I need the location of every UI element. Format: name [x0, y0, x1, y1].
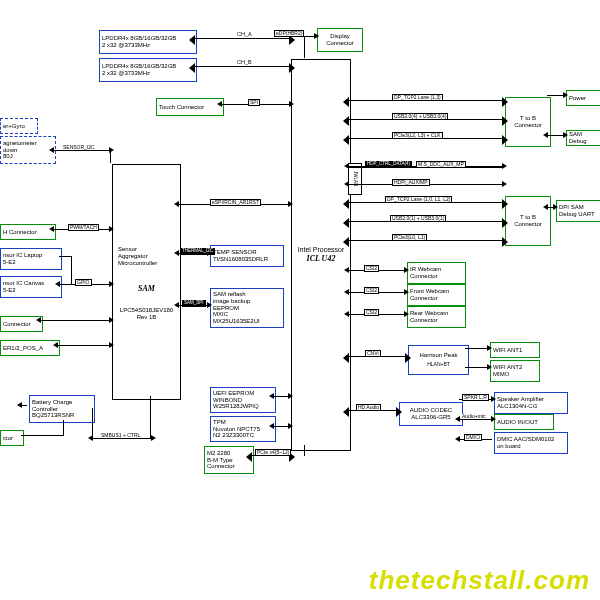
gpio-b1	[59, 256, 71, 257]
sensor-laptop: nsor IC Laptop5-E2	[0, 248, 62, 270]
label-gpio: GPIO	[75, 279, 92, 286]
label-pwm: PWM/TACH	[68, 224, 99, 231]
bus-ch-a	[194, 38, 290, 39]
label-dp-tcp-1: DP_TCP2 Lane (1,3)	[392, 94, 443, 101]
label-msddc: M.S_DDC_AUX_MP	[416, 161, 466, 168]
conn-h: H Connector	[0, 224, 56, 240]
label-edp: eDP(HBR2)	[274, 30, 304, 37]
line-wifi2	[465, 367, 488, 368]
label-thermal: THERMAL_I2C	[180, 248, 215, 255]
label-espi: eSPI/RCIN_AR1RST	[210, 199, 261, 206]
display-connector: DisplayConnector	[317, 28, 363, 52]
lpddr-a: LPDDR4x 8GB/16GB/32GB2 x32 @3733MHz	[99, 30, 197, 54]
pos-a: ER1/2_POS_A	[0, 340, 60, 356]
speaker-amp: Speaker AmplifierALC1304N-CG	[494, 392, 568, 414]
line-conn3	[40, 320, 110, 321]
wifi-ant1: WIFI ANT1	[490, 342, 540, 358]
sam-reflash: SAM reflashimage backupEEPROMMXICMX25U16…	[210, 288, 284, 328]
bus-ch-b	[194, 66, 290, 67]
tpm: TPMNuvoton NPCT75N2 23Z3300TC	[210, 416, 276, 442]
front-webcam: Front WebcamConnector	[407, 284, 466, 306]
line-wifi1	[465, 348, 488, 349]
sam-block: SensorAggregatorMicrocontroller SAM LPC5…	[112, 164, 181, 400]
label-smbus: SMBUS1 + CTRL	[100, 433, 141, 438]
ctor: ctor	[0, 430, 24, 446]
wifi-ant2: WIFI ANT2MIMO	[490, 360, 540, 382]
label-hdaudio: HD Audio	[356, 404, 381, 411]
label-ch-a: CH_A	[236, 32, 253, 38]
line-m2v	[304, 445, 305, 456]
label-csi2b: CSI2	[364, 287, 379, 294]
cpu-model: ICL U42	[307, 254, 336, 263]
line-dpisam	[547, 207, 554, 208]
hlan-label: HLAN+BT	[427, 362, 450, 368]
label-dmici: DMICi	[464, 434, 482, 441]
label-sensori2c: SENSOR_I2C	[62, 145, 96, 150]
audio-codec: AUDIO CODECALC3306-GR5	[399, 402, 463, 426]
line-samdebug	[547, 135, 564, 136]
lpddr-b: LPDDR4x 8GB/16GB/32GB2 x32 @3733MHz	[99, 58, 197, 82]
bus-edp-v	[304, 36, 305, 58]
line-batt-v	[63, 420, 64, 436]
line-tpm	[273, 426, 289, 427]
label-pcie23: PCIe3(L2, L3) + CLK	[392, 132, 443, 139]
label-usb31: USB2.0(1) + USB3.0(1)	[390, 215, 446, 222]
watermark: thetechstall.com	[369, 565, 590, 596]
smbus-v2	[92, 408, 93, 438]
label-pcie45: PCIe x4(5~12)	[255, 449, 291, 456]
label-hdpctrl: HDP_CTRL_DATA(4)	[365, 161, 412, 168]
line-power	[547, 95, 564, 96]
sam-name: SAM	[138, 284, 155, 293]
touch-connector: Touch Connector	[156, 98, 224, 116]
label-hdpi-aux: HDPi_AUX/MP	[392, 179, 430, 186]
sensor-canvas: nsor IC Canvas5-E2	[0, 276, 62, 298]
battery-controller: Battery ChargeControllerBQ25713RSNR	[29, 395, 95, 423]
smbus-v	[150, 396, 151, 438]
bus-edp-h	[304, 36, 315, 37]
label-usb34: USB2.0(4) + USB3.0(4)	[392, 113, 448, 120]
cpu-name: Intel Processor	[298, 246, 345, 254]
label-samspi: SAM_SPI	[182, 300, 206, 307]
magnetometer-block: agnetometerdown80J	[0, 136, 56, 164]
rear-webcam: Rear WebcamConnector	[407, 306, 466, 328]
label-dp-tcp-2: DP_TCP2 Lane (1,0, L1, L2)	[385, 196, 452, 203]
line-posa	[57, 345, 110, 346]
line-aio	[459, 419, 492, 420]
line-batt-l	[21, 405, 27, 406]
dmic: DMIC AAC/SDM0102on board	[494, 432, 568, 454]
dpi-sam-conn: DPI SAMDebug UART	[556, 200, 600, 222]
label-cnvi: CNVi	[365, 350, 381, 357]
line-uefi	[273, 396, 289, 397]
t2b-conn-1: T to BConnector	[505, 97, 551, 147]
ir-webcam: IR WebcamConnector	[407, 262, 466, 284]
gpio-v	[71, 256, 72, 284]
label-csi2a: CSI2	[364, 265, 379, 272]
sam-desc: SensorAggregatorMicrocontroller	[115, 243, 160, 270]
audio-io: AUDIO IN/OUT	[494, 414, 554, 430]
uefi-eeprom: UEFI EEPROMWINBONDW25R128JWPIQ	[210, 387, 276, 413]
temp-sensor: TEMP SENSORTI/SN1608035DRLR	[210, 245, 284, 267]
sam-part: LPC54S018JEV180Rev 1B	[120, 307, 173, 321]
harrison-peak: Harrison Peak HLAN+BT	[408, 345, 469, 375]
label-spi: SPI	[248, 99, 260, 106]
label-csi2c: CSI2	[364, 309, 379, 316]
v1	[110, 150, 111, 163]
label-ch-b: CH_B	[236, 60, 253, 66]
bus-smbus	[92, 438, 152, 439]
label-pcie01: PCIe3(L0, L1)	[392, 234, 427, 241]
gyro-block: er+Gyro	[0, 118, 38, 134]
sam-debug-conn: SAM Debug	[566, 130, 600, 146]
label-spkr: SPKR L,R	[462, 394, 489, 401]
power-conn: Power	[566, 90, 600, 106]
line-batt-b	[21, 435, 64, 436]
label-aiom: Audio+mic	[461, 414, 486, 419]
harrison-label: Harrison Peak	[419, 352, 457, 359]
bus-sensor-i2c	[53, 150, 110, 151]
cpu-block: Intel Processor ICL U42	[291, 59, 351, 451]
